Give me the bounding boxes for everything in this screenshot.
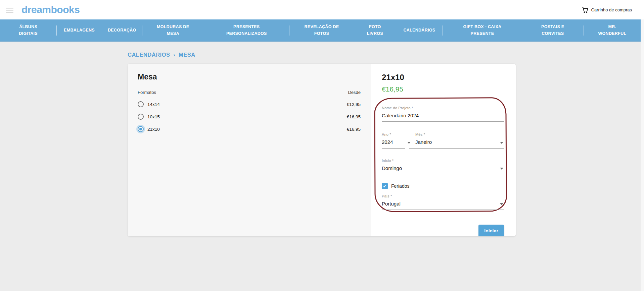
price-column-label: Desde <box>348 90 361 95</box>
cart-icon <box>582 6 589 13</box>
config-panel: 21x10 €16,95 Nome do Projeto * Calendári… <box>371 64 516 236</box>
nav-item-molduras-de-mesa[interactable]: MOLDURAS DE MESA <box>142 19 204 41</box>
breadcrumb-calendarios[interactable]: CALENDÁRIOS <box>128 52 170 58</box>
project-name-input[interactable]: Calendário 2024 <box>382 113 504 122</box>
radio-unchecked-icon[interactable] <box>138 114 144 120</box>
format-option-14x14[interactable]: 14x14 <box>138 101 160 107</box>
format-row: 14x14 €12,95 <box>138 101 361 107</box>
radio-checked-icon[interactable] <box>138 126 144 132</box>
calendar-config-form: Nome do Projeto * Calendário 2024 Ano * … <box>382 106 504 236</box>
product-card: Mesa Formatos Desde 14x14 €12,95 10x15 €… <box>128 64 516 236</box>
format-row: 10x15 €16,95 <box>138 114 361 120</box>
year-select[interactable]: Ano * 2024 <box>382 132 405 149</box>
cart-label: Carrinho de compras <box>591 7 632 12</box>
holidays-checkbox-row[interactable]: ✓ Feriados <box>382 183 504 189</box>
start-day-label: Início * <box>382 159 504 163</box>
start-button[interactable]: Iniciar <box>478 225 504 236</box>
scrollbar-track[interactable] <box>641 19 644 291</box>
nav-item-revelacao-de-fotos[interactable]: REVELAÇÃO DE FOTOS <box>289 19 354 41</box>
nav-item-embalagens[interactable]: EMBALAGENS <box>57 19 102 41</box>
nav-item-presentes-personalizados[interactable]: PRESENTES PERSONALIZADOS <box>204 19 289 41</box>
nav-item-decoracao[interactable]: DECORAÇÃO <box>102 19 142 41</box>
breadcrumb-mesa[interactable]: MESA <box>179 52 195 58</box>
nav-item-albuns-digitais[interactable]: ÁLBUNS DIGITAIS <box>0 19 56 41</box>
project-name-field[interactable]: Nome do Projeto * Calendário 2024 <box>382 106 504 122</box>
holidays-label: Feriados <box>391 183 409 189</box>
month-select[interactable]: Mês * Janeiro <box>409 132 504 149</box>
format-option-21x10[interactable]: 21x10 <box>138 126 160 132</box>
cart-button[interactable]: Carrinho de compras <box>582 6 632 13</box>
logo[interactable]: dreambooks <box>21 4 80 15</box>
page-title: Mesa <box>138 72 361 81</box>
format-panel: Mesa Formatos Desde 14x14 €12,95 10x15 €… <box>128 64 371 236</box>
menu-icon[interactable] <box>6 6 13 14</box>
formats-column-label: Formatos <box>138 90 156 95</box>
nav-item-gift-box[interactable]: GIFT BOX - CAIXA PRESENTE <box>443 19 522 41</box>
breadcrumb: CALENDÁRIOS › MESA <box>128 52 644 58</box>
nav-item-calendarios[interactable]: CALENDÁRIOS <box>396 19 443 41</box>
selected-format-title: 21x10 <box>382 73 504 82</box>
nav-item-postais-e-convites[interactable]: POSTAIS E CONVITES <box>522 19 584 41</box>
country-label: País * <box>382 194 504 198</box>
header: dreambooks Carrinho de compras <box>0 0 644 19</box>
year-label: Ano * <box>382 132 405 136</box>
country-select[interactable]: País * Portugal <box>382 194 504 210</box>
format-price: €16,95 <box>347 127 361 132</box>
chevron-down-icon <box>500 168 503 170</box>
chevron-down-icon <box>500 142 503 144</box>
nav-item-foto-livros[interactable]: FOTO LIVROS <box>354 19 396 41</box>
format-option-10x15[interactable]: 10x15 <box>138 114 160 120</box>
format-price: €16,95 <box>347 114 361 119</box>
checkbox-checked-icon[interactable]: ✓ <box>382 183 388 189</box>
format-row: 21x10 €16,95 <box>138 126 361 132</box>
selected-format-price: €16,95 <box>382 85 504 93</box>
project-name-label: Nome do Projeto * <box>382 106 504 110</box>
main-nav: ÁLBUNS DIGITAIS EMBALAGENS DECORAÇÃO MOL… <box>0 19 644 42</box>
breadcrumb-separator-icon: › <box>174 52 176 58</box>
month-label: Mês * <box>415 132 504 136</box>
radio-unchecked-icon[interactable] <box>138 101 144 107</box>
start-day-select[interactable]: Início * Domingo <box>382 159 504 174</box>
format-price: €12,95 <box>347 102 361 107</box>
nav-item-mr-wonderful[interactable]: MR. WONDERFUL <box>584 19 641 41</box>
chevron-down-icon <box>500 203 503 205</box>
